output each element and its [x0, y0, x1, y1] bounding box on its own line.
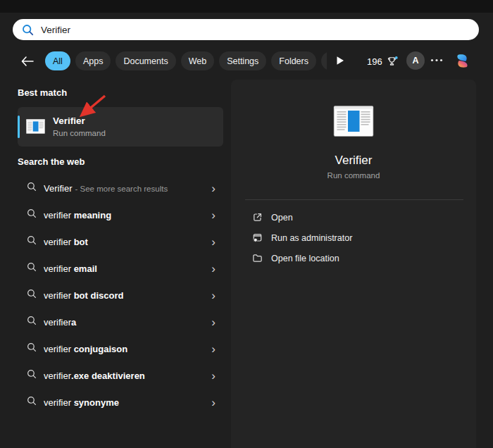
suggestion-text: verifier synonyme — [44, 397, 204, 408]
chevron-right-icon[interactable]: › — [211, 397, 216, 409]
search-icon — [27, 342, 37, 355]
web-suggestion-row[interactable]: verifier bot › — [18, 228, 223, 255]
action-label: Open — [271, 213, 293, 223]
web-suggestion-row[interactable]: verifier conjugaison › — [18, 335, 223, 362]
suggestion-prefix: verifier — [44, 344, 74, 354]
window-top-edge — [0, 0, 493, 13]
windows-search-panel: All Apps Documents Web Settings Folders … — [0, 0, 493, 448]
web-suggestion-row[interactable]: verifier email › — [18, 255, 223, 282]
suggestion-completion: meaning — [74, 210, 111, 220]
search-web-heading: Search the web — [18, 156, 85, 167]
chevron-right-icon[interactable]: › — [211, 290, 216, 301]
more-filters-button[interactable] — [336, 56, 344, 66]
search-icon — [27, 369, 37, 382]
open-file-location-action[interactable]: Open file location — [231, 248, 476, 268]
divider — [245, 199, 463, 200]
back-arrow-icon — [20, 56, 35, 67]
run-admin-icon — [252, 232, 263, 243]
chevron-right-icon[interactable]: › — [211, 182, 216, 194]
rewards-button[interactable]: 196 — [367, 54, 398, 69]
copilot-icon — [454, 52, 471, 70]
search-icon — [27, 396, 37, 409]
search-icon — [27, 289, 37, 301]
preview-title: Verifier — [231, 154, 476, 168]
verifier-app-icon — [26, 119, 45, 134]
filter-tab-documents[interactable]: Documents — [116, 51, 175, 70]
action-label: Run as administrator — [271, 233, 352, 243]
search-icon — [27, 235, 37, 248]
suggestion-prefix: verifier — [44, 397, 74, 408]
chevron-right-icon[interactable]: › — [211, 316, 216, 328]
suggestion-completion: bot discord — [74, 290, 124, 301]
chevron-right-icon[interactable]: › — [211, 370, 216, 382]
best-match-result[interactable]: Verifier Run command — [18, 107, 223, 147]
suggestion-prefix: Verifier — [44, 183, 72, 194]
avatar-letter: A — [412, 56, 418, 66]
trophy-icon — [386, 56, 398, 67]
web-suggestion-row[interactable]: verifier.exe deaktivieren › — [18, 362, 223, 389]
web-suggestion-row[interactable]: Verifier- See more search results › — [18, 175, 223, 201]
chevron-right-icon[interactable]: › — [211, 209, 216, 221]
filter-tabs-strip: All Apps Documents Web Settings Folders … — [45, 50, 327, 72]
search-icon — [27, 209, 37, 221]
filter-tab-all[interactable]: All — [45, 51, 70, 70]
chevron-right-icon[interactable]: › — [211, 343, 216, 355]
suggestion-prefix: verifier — [44, 290, 74, 301]
web-suggestion-row[interactable]: verifier bot discord › — [18, 282, 223, 309]
filter-tab-settings[interactable]: Settings — [219, 51, 266, 70]
best-match-heading: Best match — [18, 87, 67, 98]
filter-tab-apps[interactable]: Apps — [75, 51, 111, 70]
web-suggestion-row[interactable]: verifiera › — [18, 309, 223, 335]
folder-icon — [252, 253, 263, 263]
suggestion-completion: bot — [74, 237, 88, 247]
suggestion-completion: .exe deaktivieren — [71, 371, 145, 381]
suggestion-completion: conjugaison — [74, 344, 128, 354]
open-action[interactable]: Open — [231, 207, 476, 228]
suggestion-text: verifier.exe deaktivieren — [44, 371, 204, 381]
more-options-button[interactable] — [430, 58, 443, 62]
best-match-subtitle: Run command — [53, 129, 106, 137]
filter-tab-photos-truncated[interactable]: Pho — [321, 51, 327, 70]
suggestion-note: - See more search results — [75, 185, 168, 193]
preview-actions: Open Run as administrator — [231, 207, 476, 268]
chevron-right-icon[interactable]: › — [211, 236, 216, 248]
web-suggestion-row[interactable]: verifier synonyme › — [18, 389, 223, 416]
run-as-administrator-action[interactable]: Run as administrator — [231, 228, 476, 248]
back-button[interactable] — [20, 54, 39, 68]
search-icon — [27, 316, 37, 328]
suggestion-completion: synonyme — [74, 397, 119, 408]
filter-label: Web — [189, 56, 206, 66]
suggestion-completion: email — [74, 263, 97, 274]
selection-accent-bar — [18, 116, 20, 138]
filter-label: All — [53, 56, 63, 66]
web-suggestions-list: Verifier- See more search results › veri… — [18, 175, 223, 416]
ellipsis-icon — [430, 58, 443, 62]
search-bar[interactable] — [13, 19, 479, 40]
result-preview-panel: Verifier Run command Open — [231, 80, 476, 448]
filter-label: Documents — [123, 56, 168, 66]
suggestion-prefix: verifier — [44, 210, 74, 220]
filter-tab-folders[interactable]: Folders — [271, 51, 316, 70]
suggestion-text: verifier conjugaison — [44, 344, 204, 354]
rewards-points: 196 — [367, 56, 382, 67]
search-input[interactable] — [41, 25, 470, 35]
best-match-title: Verifier — [53, 116, 85, 126]
suggestion-text: Verifier- See more search results — [44, 183, 204, 194]
open-external-icon — [252, 212, 263, 223]
suggestion-text: verifier bot discord — [44, 290, 204, 301]
filter-tab-web[interactable]: Web — [181, 51, 214, 70]
suggestion-text: verifier email — [44, 263, 204, 274]
preview-subtitle: Run command — [231, 171, 476, 180]
suggestion-text: verifier bot — [44, 237, 204, 247]
suggestion-completion: a — [71, 317, 76, 328]
search-icon — [27, 262, 37, 275]
suggestion-prefix: verifier — [44, 371, 71, 381]
filter-label: Apps — [83, 56, 104, 66]
play-icon — [336, 56, 344, 66]
search-icon — [27, 182, 37, 194]
web-suggestion-row[interactable]: verifier meaning › — [18, 201, 223, 228]
copilot-button[interactable] — [454, 52, 471, 70]
user-avatar[interactable]: A — [406, 51, 425, 70]
filter-label: Settings — [227, 56, 258, 66]
chevron-right-icon[interactable]: › — [211, 263, 216, 275]
